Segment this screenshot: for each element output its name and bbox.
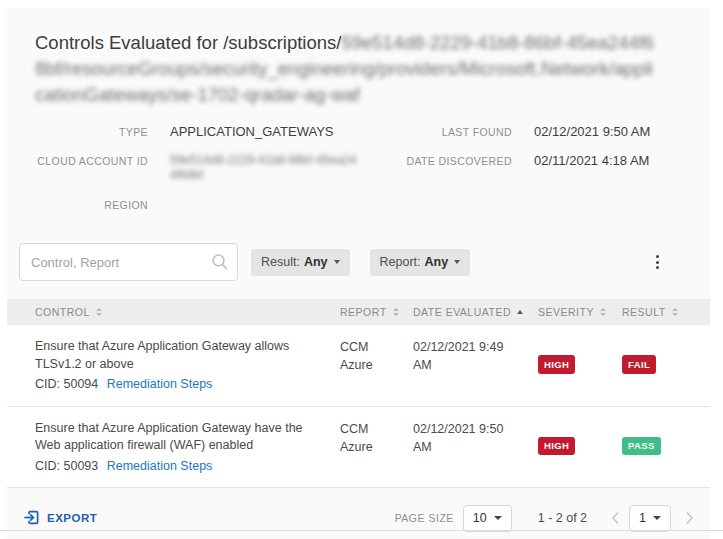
- table-row: Ensure that Azure Application Gateway ha…: [7, 407, 710, 489]
- control-cell: Ensure that Azure Application Gateway ha…: [35, 420, 327, 476]
- result-cell: FAIL: [622, 354, 710, 374]
- table-header: CONTROL REPORT DATE EVALUATED SEVERITY R…: [7, 299, 710, 325]
- page-number-select[interactable]: 1: [629, 505, 671, 532]
- previous-page-chevron-icon[interactable]: [611, 511, 620, 525]
- control-cid: CID: 50093: [35, 459, 98, 473]
- chevron-down-icon: [653, 516, 661, 520]
- page-size-value: 10: [473, 511, 487, 525]
- resource-metadata: TYPE APPLICATION_GATEWAYS LAST FOUND 02/…: [35, 124, 710, 211]
- filter-report-label: Report:: [380, 255, 421, 269]
- meta-label-region: REGION: [35, 197, 148, 211]
- meta-label-date-discovered: DATE DISCOVERED: [382, 153, 512, 167]
- column-header-report[interactable]: REPORT: [340, 306, 413, 318]
- meta-value-cloud-account-id-redacted: 59e514d8-2229-41b8-86bf-45ea244f68bf: [170, 153, 360, 183]
- chevron-down-icon: [494, 516, 502, 520]
- column-header-severity[interactable]: SEVERITY: [538, 306, 622, 318]
- more-options-kebab-icon[interactable]: [651, 250, 664, 274]
- table-row: Ensure that Azure Application Gateway al…: [7, 325, 710, 407]
- severity-cell: HIGH: [538, 435, 622, 455]
- next-page-chevron-icon[interactable]: [685, 511, 694, 525]
- page-number-value: 1: [639, 511, 646, 525]
- sort-ascending-icon: [517, 310, 523, 314]
- severity-cell: HIGH: [538, 354, 622, 374]
- export-label: EXPORT: [47, 512, 97, 524]
- page-title: Controls Evaluated for /subscriptions/59…: [7, 8, 687, 108]
- search-box: [19, 243, 238, 281]
- filter-result-dropdown[interactable]: Result: Any: [251, 249, 350, 276]
- column-header-date-evaluated[interactable]: DATE EVALUATED: [413, 306, 538, 318]
- remediation-steps-link[interactable]: Remediation Steps: [107, 459, 213, 473]
- page-title-prefix: Controls Evaluated for /subscriptions/: [35, 32, 341, 53]
- sort-icon: [96, 308, 102, 316]
- pagination-range: 1 - 2 of 2: [538, 511, 587, 525]
- control-title: Ensure that Azure Application Gateway ha…: [35, 420, 327, 455]
- sort-icon: [393, 308, 399, 316]
- search-input[interactable]: [19, 243, 238, 281]
- control-title: Ensure that Azure Application Gateway al…: [35, 338, 327, 373]
- page-size-select[interactable]: 10: [463, 505, 512, 532]
- pagination: PAGE SIZE 10 1 - 2 of 2 1: [395, 505, 694, 532]
- filter-report-value: Any: [425, 255, 449, 269]
- meta-value-date-discovered: 02/11/2021 4:18 AM: [534, 153, 710, 168]
- result-badge: PASS: [622, 437, 661, 456]
- sort-icon: [600, 308, 606, 316]
- chevron-down-icon: [454, 260, 460, 264]
- controls-evaluated-panel: Controls Evaluated for /subscriptions/59…: [7, 8, 710, 530]
- remediation-steps-link[interactable]: Remediation Steps: [107, 377, 213, 391]
- meta-label-last-found: LAST FOUND: [382, 124, 512, 138]
- result-badge: FAIL: [622, 355, 656, 374]
- date-evaluated-cell: 02/12/2021 9:50 AM: [413, 420, 513, 456]
- filter-report-dropdown[interactable]: Report: Any: [370, 249, 471, 276]
- bottom-divider: [0, 530, 723, 531]
- severity-badge: HIGH: [538, 437, 575, 456]
- filter-result-value: Any: [304, 255, 328, 269]
- meta-value-last-found: 02/12/2021 9:50 AM: [534, 124, 710, 139]
- result-cell: PASS: [622, 435, 710, 455]
- meta-label-cloud-account-id: CLOUD ACCOUNT ID: [35, 153, 148, 167]
- column-header-control[interactable]: CONTROL: [35, 306, 340, 318]
- column-header-result[interactable]: RESULT: [622, 306, 710, 318]
- page-size-label: PAGE SIZE: [395, 512, 454, 524]
- report-cell: CCM Azure: [340, 420, 413, 456]
- export-icon: [23, 509, 40, 528]
- table-footer: EXPORT PAGE SIZE 10 1 - 2 of 2 1: [7, 488, 710, 539]
- meta-value-type: APPLICATION_GATEWAYS: [170, 124, 360, 139]
- severity-badge: HIGH: [538, 355, 575, 374]
- date-evaluated-cell: 02/12/2021 9:49 AM: [413, 338, 513, 374]
- meta-label-type: TYPE: [35, 124, 148, 138]
- export-button[interactable]: EXPORT: [23, 509, 97, 528]
- control-cid: CID: 50094: [35, 377, 98, 391]
- sort-icon: [672, 308, 678, 316]
- report-cell: CCM Azure: [340, 338, 413, 374]
- filter-toolbar: Result: Any Report: Any: [7, 243, 710, 281]
- filter-result-label: Result:: [261, 255, 300, 269]
- control-cell: Ensure that Azure Application Gateway al…: [35, 338, 327, 394]
- chevron-down-icon: [334, 260, 340, 264]
